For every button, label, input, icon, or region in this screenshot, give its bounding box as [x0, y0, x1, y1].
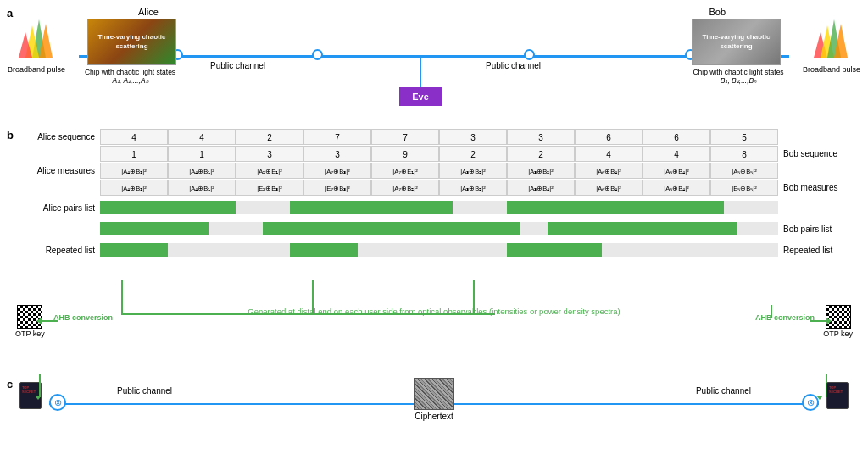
arrow-right-icon	[826, 318, 832, 324]
bob-m-4: |A₇⊕B₂|²	[371, 180, 439, 196]
alice-seq-cell-8: 6	[643, 129, 710, 145]
bob-seq-cell-9: 8	[710, 146, 778, 162]
ciphertext-box	[414, 378, 454, 410]
ahb-left-label: AHB conversion	[53, 313, 113, 322]
alice-m-7: |A₆⊕B₄|²	[575, 163, 643, 179]
ahb-right: AHB conversion	[755, 313, 815, 322]
bob-pairs-row: Bob pairs list	[24, 219, 854, 238]
public-channel-left-label: Public channel	[210, 61, 265, 70]
alice-sequence-row: Alice sequence 4 4 2 7 7 3 3 6 6 5	[24, 129, 854, 145]
eve-box: Eve	[399, 87, 442, 106]
green-h-to-otp-left	[41, 320, 58, 322]
broadband-pulse-right: Broadband pulse	[802, 15, 861, 75]
alice-bar-3	[507, 201, 724, 214]
repeated-list-row: Repeated list Repeated list	[24, 241, 854, 259]
ciphertext-label: Ciphertext	[415, 412, 453, 421]
bob-seq-cell-1: 1	[168, 146, 236, 162]
channel-dot-center-right	[524, 49, 535, 60]
bob-seq-cell-4: 9	[371, 146, 439, 162]
bob-bar-2	[263, 222, 520, 235]
rep-bar-3	[507, 243, 602, 257]
alice-pairs-label: Alice pairs list	[24, 203, 100, 213]
bob-m-7: |A₆⊕B₄|²	[575, 180, 643, 196]
qr-left	[17, 305, 42, 329]
green-arrow-down-left	[35, 396, 42, 400]
green-h-to-otp-right	[810, 320, 827, 322]
alice-measures-row: Alice measures |A₄⊕B₁|² |A₄⊕B₁|² |A₂⊕E₁|…	[24, 163, 854, 179]
bob-seq-cell-7: 4	[575, 146, 643, 162]
otp-left-label: OTP key	[15, 329, 45, 338]
green-v-line-right	[771, 305, 772, 318]
bob-seq-cell-8: 4	[643, 146, 710, 162]
alice-bar-2	[290, 201, 453, 214]
bob-sequence-label: Bob sequence	[778, 149, 854, 158]
bob-seq-cell-3: 3	[303, 146, 371, 162]
broadband-pulse-left-label: Broadband pulse	[7, 65, 66, 75]
alice-pairs-bar-track	[100, 201, 778, 214]
xor-left: ⊗	[49, 394, 66, 411]
alice-chip-states-label: Chip with chaotic light states A₁, A₂,..…	[81, 68, 179, 85]
alice-seq-cell-2: 2	[236, 129, 303, 145]
section-b-label: b	[7, 129, 14, 141]
alice-m-9: |A₅⊕B₅|²	[710, 163, 778, 179]
section-c-label: c	[7, 378, 13, 390]
bob-pairs-bar-track	[100, 222, 778, 235]
alice-seq-cell-3: 7	[303, 129, 371, 145]
alice-seq-cell-1: 4	[168, 129, 236, 145]
alice-m-2: |A₂⊕E₁|²	[236, 163, 303, 179]
alice-sequence-label: Alice sequence	[24, 132, 100, 141]
ahb-left: AHB conversion	[53, 313, 113, 322]
alice-measures-label: Alice measures	[24, 166, 100, 175]
green-down-left	[39, 374, 41, 397]
pub-channel-c-right: Public channel	[696, 386, 751, 396]
repeated-bar-track	[100, 243, 778, 257]
bob-sequence-cells: 1 1 3 3 9 2 2 4 4 8	[100, 146, 778, 162]
bob-m-6: |A₃⊕B₄|²	[507, 180, 575, 196]
main-diagram: a Broadband pulse	[0, 0, 868, 454]
bob-label: Bob	[709, 7, 726, 17]
notebook-right: TOPSECRET	[826, 382, 849, 409]
alice-pairs-row: Alice pairs list	[24, 198, 854, 217]
repeated-list-right-label: Repeated list	[778, 246, 854, 255]
alice-m-8: |A₆⊕B₄|²	[643, 163, 710, 179]
alice-label: Alice	[138, 7, 159, 17]
channel-line	[79, 55, 789, 58]
alice-m-4: |A₇⊕E₁|²	[371, 163, 439, 179]
broadband-pulse-right-label: Broadband pulse	[802, 65, 861, 75]
alice-m-0: |A₄⊕B₁|²	[100, 163, 168, 179]
bob-m-2: |E₃⊕B₃|²	[236, 180, 303, 196]
section-a: a Broadband pulse	[7, 7, 861, 130]
pub-channel-c-left: Public channel	[117, 386, 172, 396]
alice-seq-cell-4: 7	[371, 129, 439, 145]
ahb-otp-area: OTP key AHB conversion Generated at dist…	[7, 305, 861, 352]
sequence-table: Alice sequence 4 4 2 7 7 3 3 6 6 5	[24, 129, 854, 261]
bob-chip-states-label: Chip with chaotic light states B₁, B₂,..…	[687, 68, 789, 85]
public-channel-right-label: Public channel	[486, 61, 541, 70]
bob-sequence-row: 1 1 3 3 9 2 2 4 4 8 Bob sequence	[24, 146, 854, 162]
alice-m-5: |A₃⊕B₂|²	[439, 163, 507, 179]
bob-m-3: |E₇⊕B₃|²	[303, 180, 371, 196]
alice-seq-cell-9: 5	[710, 129, 778, 145]
bob-measures-label: Bob measures	[778, 183, 854, 192]
alice-measures-cells: |A₄⊕B₁|² |A₄⊕B₁|² |A₂⊕E₁|² |A₇⊕B₃|² |A₇⊕…	[100, 163, 778, 179]
section-c: c TOPSECRET ⊗ Public channel Ciphertext …	[7, 374, 861, 450]
alice-m-1: |A₄⊕B₁|²	[168, 163, 236, 179]
alice-bar-1	[100, 201, 236, 214]
bob-bar-1	[100, 222, 209, 235]
bob-measures-cells: |A₄⊕B₁|² |A₄⊕B₁|² |E₃⊕B₃|² |E₇⊕B₃|² |A₇⊕…	[100, 180, 778, 196]
bob-m-8: |A₆⊕B₄|²	[643, 180, 710, 196]
channel-dot-center-left	[312, 49, 323, 60]
green-arrow-down-right	[816, 396, 823, 400]
bob-chip-label: Time-varying chaotic scattering	[693, 33, 780, 51]
bob-pairs-label: Bob pairs list	[778, 224, 854, 234]
alice-seq-cell-7: 6	[575, 129, 643, 145]
bob-m-1: |A₄⊕B₁|²	[168, 180, 236, 196]
generated-text: Generated at distal end on each user sid…	[248, 307, 620, 316]
alice-m-6: |A₃⊕B₂|²	[507, 163, 575, 179]
bob-chip: Time-varying chaotic scattering	[692, 19, 781, 65]
bob-seq-cell-5: 2	[439, 146, 507, 162]
alice-chip: Time-varying chaotic scattering	[87, 19, 176, 65]
ahb-right-label: AHB conversion	[755, 313, 815, 322]
alice-seq-cell-5: 3	[439, 129, 507, 145]
bob-seq-cell-0: 1	[100, 146, 168, 162]
